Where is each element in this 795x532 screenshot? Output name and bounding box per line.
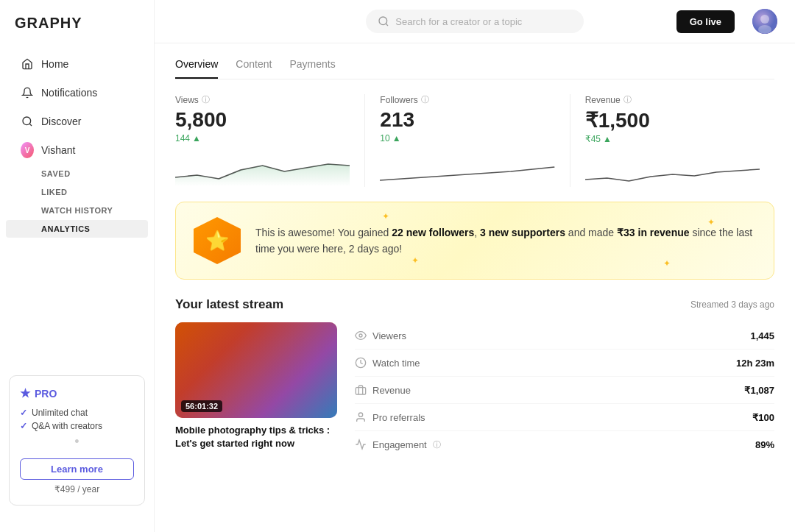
tab-payments[interactable]: Payments <box>289 58 335 79</box>
content-area: Overview Content Payments Views ⓘ 5,800 … <box>155 43 795 532</box>
eye-icon <box>355 330 367 341</box>
stream-stat-watchtime: Watch time 12h 23m <box>355 350 774 377</box>
followers-sparkline <box>380 149 554 186</box>
pro-label: ★ PRO <box>20 386 134 400</box>
latest-stream-header: Your latest stream Streamed 3 days ago <box>175 297 774 312</box>
go-live-button[interactable]: Go live <box>676 10 735 33</box>
svg-line-1 <box>29 124 32 126</box>
stream-stat-referrals: Pro referrals ₹100 <box>355 404 774 431</box>
watchtime-value: 12h 23m <box>736 358 774 369</box>
tab-overview[interactable]: Overview <box>175 58 218 79</box>
svg-point-0 <box>23 117 31 125</box>
engagement-stat-label: Engagement ⓘ <box>355 439 441 450</box>
revenue-sparkline <box>585 150 760 187</box>
svg-point-2 <box>379 17 387 25</box>
sidebar-item-discover[interactable]: Discover <box>6 107 148 135</box>
stat-followers: Followers ⓘ 213 10 ▲ <box>364 94 569 187</box>
revenue-value: ₹1,500 <box>585 108 760 132</box>
sidebar-item-notifications[interactable]: Notifications <box>6 79 148 107</box>
referrals-value: ₹100 <box>752 412 774 423</box>
svg-point-6 <box>758 25 771 34</box>
referrals-stat-label: Pro referrals <box>355 411 425 423</box>
check-icon-2: ✓ <box>20 421 27 431</box>
sidebar-sub-liked[interactable]: LIKED <box>6 183 148 201</box>
discover-label: Discover <box>41 116 81 127</box>
stream-thumbnail[interactable]: 56:01:32 <box>175 322 337 418</box>
revenue-stat-value: ₹1,087 <box>744 385 774 396</box>
views-up-arrow: ▲ <box>192 133 201 143</box>
stream-stat-revenue: Revenue ₹1,087 <box>355 377 774 404</box>
sidebar-item-vishant[interactable]: V Vishant <box>6 136 148 164</box>
sidebar-nav: Home Notifications Discover V Vishant <box>0 49 154 238</box>
home-label: Home <box>41 58 68 70</box>
banner-text: This is awesome! You gained 22 new follo… <box>255 224 756 258</box>
discover-icon <box>21 115 34 128</box>
sparkle-1: ✦ <box>382 211 389 221</box>
stat-revenue: Revenue ⓘ ₹1,500 ₹45 ▲ <box>570 94 774 187</box>
stream-stats: Viewers 1,445 Watch time 12h 23m <box>355 322 774 458</box>
search-placeholder: Search for a creator or a topic <box>395 16 522 27</box>
pro-dots: • <box>20 434 134 450</box>
views-sparkline <box>175 149 350 186</box>
avatar-image <box>752 9 777 34</box>
revenue-change: ₹45 ▲ <box>585 134 760 144</box>
clock-icon <box>355 357 367 369</box>
engagement-info-icon: ⓘ <box>433 439 441 450</box>
learn-more-button[interactable]: Learn more <box>20 458 134 480</box>
engagement-value: 89% <box>755 439 774 450</box>
sparkle-4: ✦ <box>411 255 419 266</box>
viewers-value: 1,445 <box>750 330 774 341</box>
search-icon <box>378 15 389 27</box>
vishant-avatar-icon: V <box>21 143 34 157</box>
svg-point-10 <box>358 413 362 416</box>
sidebar-item-home[interactable]: Home <box>6 50 148 78</box>
achievement-banner: ✦ ✦ ✦ ✦ ⭐ This is awesome! You gained 22… <box>175 202 774 280</box>
home-icon <box>21 57 34 71</box>
followers-up-arrow: ▲ <box>392 133 401 143</box>
money-icon <box>355 384 367 396</box>
tabs: Overview Content Payments <box>175 58 774 79</box>
trophy-icon: ⭐ <box>194 217 241 264</box>
sidebar-sub-watch-history[interactable]: WATCH HISTORY <box>6 202 148 219</box>
stream-stat-engagement: Engagement ⓘ 89% <box>355 431 774 458</box>
latest-stream-title: Your latest stream <box>175 297 283 312</box>
tab-content[interactable]: Content <box>236 58 272 79</box>
revenue-info-icon: ⓘ <box>623 94 632 105</box>
followers-label: Followers ⓘ <box>380 94 554 105</box>
stat-views: Views ⓘ 5,800 144 ▲ <box>175 94 364 187</box>
topbar: Search for a creator or a topic Go live <box>155 0 795 43</box>
sparkle-3: ✦ <box>663 258 671 269</box>
search-bar[interactable]: Search for a creator or a topic <box>366 10 583 33</box>
check-icon: ✓ <box>20 408 27 418</box>
sidebar-sub-analytics[interactable]: ANALYTICS <box>6 220 148 238</box>
vishant-label: Vishant <box>41 144 75 156</box>
revenue-label: Revenue ⓘ <box>585 94 760 105</box>
sparkle-2: ✦ <box>707 217 715 227</box>
followers-info-icon: ⓘ <box>421 94 429 105</box>
svg-rect-9 <box>356 388 365 394</box>
notifications-label: Notifications <box>41 87 97 99</box>
pro-card: ★ PRO ✓ Unlimited chat ✓ Q&A with creato… <box>9 375 145 506</box>
svg-line-3 <box>386 24 388 26</box>
followers-value: 213 <box>380 108 554 132</box>
streamed-label: Streamed 3 days ago <box>690 299 774 310</box>
views-label: Views ⓘ <box>175 94 350 105</box>
sidebar-sub-saved[interactable]: SAVED <box>6 165 148 182</box>
sidebar: GRAPHY Home Notifications Discover <box>0 0 155 532</box>
pro-feature-chat: ✓ Unlimited chat <box>20 408 134 418</box>
stream-layout: 56:01:32 Mobile photography tips & trick… <box>175 322 774 458</box>
stream-title: Mobile photography tips & tricks : Let's… <box>175 424 337 450</box>
revenue-up-arrow: ▲ <box>603 134 612 144</box>
logo: GRAPHY <box>0 15 154 49</box>
pro-feature-qa: ✓ Q&A with creators <box>20 421 134 431</box>
main-content: Search for a creator or a topic Go live … <box>155 0 795 532</box>
user-icon <box>355 411 367 423</box>
bell-icon <box>21 86 34 99</box>
followers-change: 10 ▲ <box>380 133 554 143</box>
watchtime-stat-label: Watch time <box>355 357 420 369</box>
stats-row: Views ⓘ 5,800 144 ▲ <box>175 94 774 187</box>
views-value: 5,800 <box>175 108 350 132</box>
svg-point-7 <box>359 334 362 337</box>
user-avatar[interactable] <box>752 9 777 34</box>
viewers-stat-label: Viewers <box>355 330 406 341</box>
